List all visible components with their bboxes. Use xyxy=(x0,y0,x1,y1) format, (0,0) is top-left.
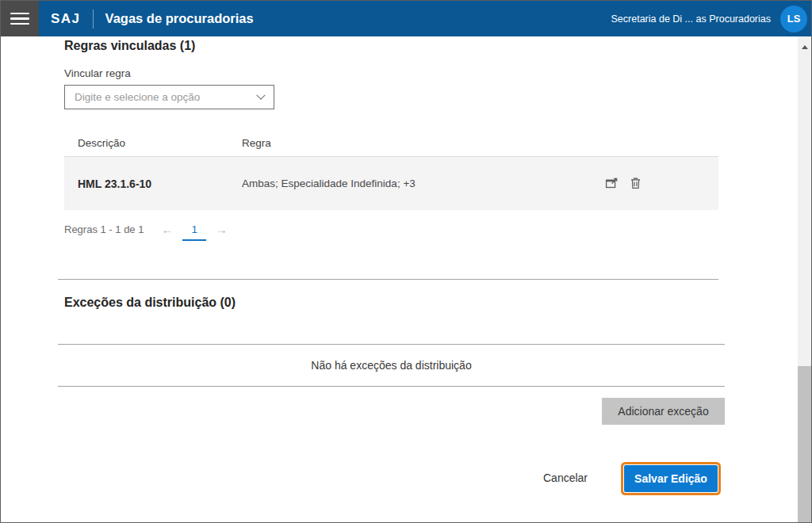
column-header-regra: Regra xyxy=(242,137,718,149)
user-context-label: Secretaria de Di ... as Procuradorias xyxy=(611,13,771,25)
column-header-descricao: Descrição xyxy=(78,137,242,149)
scrollbar-thumb[interactable] xyxy=(798,366,811,522)
rule-detail-cell: Ambas; Especialidade Indefinida; +3 xyxy=(242,178,605,189)
link-rule-select[interactable]: Digite e selecione a opção xyxy=(64,85,274,109)
chevron-down-icon xyxy=(256,90,265,99)
rules-table: Descrição Regra HML 23.1.6-10 Ambas; Esp… xyxy=(64,129,718,210)
open-rule-button[interactable] xyxy=(605,177,619,190)
cancel-button[interactable]: Cancelar xyxy=(534,467,597,489)
save-edit-button[interactable]: Salvar Edição xyxy=(624,465,718,492)
scroll-up-button[interactable] xyxy=(798,42,811,52)
brand-logo: SAJ xyxy=(51,11,81,27)
user-avatar[interactable]: LS xyxy=(780,6,807,32)
page-title: Vagas de procuradorias xyxy=(105,11,254,26)
previous-page-icon[interactable]: ← xyxy=(161,224,173,235)
header-divider xyxy=(93,10,94,29)
section-divider xyxy=(58,279,718,280)
table-row: HML 23.1.6-10 Ambas; Especialidade Indef… xyxy=(64,157,718,210)
hamburger-icon xyxy=(10,10,29,29)
pagination-summary: Regras 1 - 1 de 1 xyxy=(64,224,144,235)
row-actions xyxy=(605,177,718,190)
app-header: SAJ Vagas de procuradorias Secretaria de… xyxy=(1,1,811,36)
table-header-row: Descrição Regra xyxy=(64,129,718,157)
rule-description-cell: HML 23.1.6-10 xyxy=(78,178,242,190)
empty-state-divider-bottom xyxy=(58,386,725,387)
hamburger-menu-button[interactable] xyxy=(1,1,39,36)
select-placeholder: Digite e selecione a opção xyxy=(75,91,258,103)
vertical-scrollbar[interactable] xyxy=(798,36,811,522)
next-page-icon[interactable]: → xyxy=(216,224,228,235)
app-window: SAJ Vagas de procuradorias Secretaria de… xyxy=(0,0,812,523)
empty-state-divider-top xyxy=(58,344,725,345)
open-in-window-icon xyxy=(605,177,619,190)
add-exception-button[interactable]: Adicionar exceção xyxy=(602,398,725,425)
scroll-up-icon xyxy=(802,45,808,49)
empty-state-message: Não há exceções da distribuição xyxy=(58,359,725,372)
delete-rule-button[interactable] xyxy=(629,177,642,190)
link-rule-label: Vincular regra xyxy=(64,67,131,79)
trash-icon xyxy=(629,177,642,190)
rules-section-title: Regras vinculadas (1) xyxy=(64,39,195,53)
pagination: Regras 1 - 1 de 1 ← 1 → xyxy=(64,224,228,241)
exceptions-section-title: Exceções da distribuição (0) xyxy=(64,296,236,310)
page-number-button[interactable]: 1 xyxy=(182,224,206,241)
